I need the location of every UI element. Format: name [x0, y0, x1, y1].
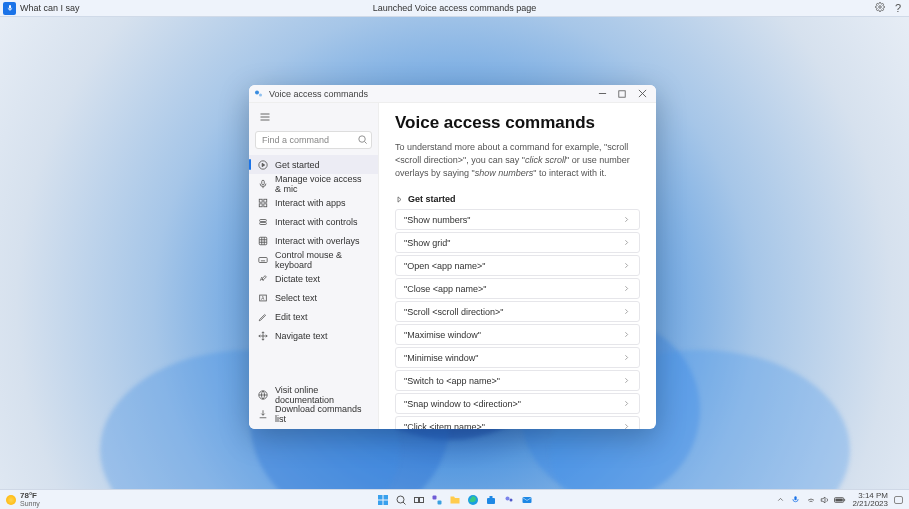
section-get-started[interactable]: Get started	[395, 194, 640, 204]
nav-mouse-keyboard[interactable]: Control mouse & keyboard	[249, 250, 378, 269]
nav-label: Interact with apps	[275, 198, 346, 208]
command-row[interactable]: "Minimise window"	[395, 347, 640, 368]
chevron-right-icon	[622, 353, 631, 362]
command-row[interactable]: "Snap window to <direction>"	[395, 393, 640, 414]
maximize-button[interactable]	[612, 85, 632, 103]
svg-rect-19	[259, 219, 266, 221]
command-row[interactable]: "Scroll <scroll direction>"	[395, 301, 640, 322]
nav-manage-voice[interactable]: Manage voice access & mic	[249, 174, 378, 193]
app-icon	[253, 88, 265, 100]
notifications-button[interactable]	[894, 496, 903, 504]
svg-rect-38	[378, 495, 383, 500]
svg-rect-14	[261, 180, 264, 185]
command-text: "Close <app name>"	[404, 284, 486, 294]
svg-rect-18	[263, 203, 266, 206]
overlay-icon	[257, 235, 268, 246]
svg-rect-44	[414, 497, 418, 502]
nav-edit-text[interactable]: Edit text	[249, 307, 378, 326]
svg-rect-46	[432, 495, 436, 499]
weather-cond: Sunny	[20, 500, 40, 508]
mail-button[interactable]	[519, 492, 535, 508]
nav-get-started[interactable]: Get started	[249, 155, 378, 174]
edge-button[interactable]	[465, 492, 481, 508]
page-title: Voice access commands	[395, 113, 640, 133]
svg-point-1	[255, 90, 259, 94]
minimize-button[interactable]	[592, 85, 612, 103]
wifi-icon	[806, 495, 816, 505]
close-button[interactable]	[632, 85, 652, 103]
svg-rect-26	[258, 257, 266, 262]
svg-text:A: A	[259, 276, 263, 282]
nav-download-list[interactable]: Download commands list	[249, 404, 378, 423]
system-tray[interactable]	[806, 495, 846, 505]
command-row[interactable]: "Maximise window"	[395, 324, 640, 345]
command-text: "Snap window to <direction>"	[404, 399, 521, 409]
hamburger-icon[interactable]	[255, 107, 275, 127]
nav-online-docs[interactable]: Visit online documentation	[249, 385, 378, 404]
explorer-button[interactable]	[447, 492, 463, 508]
window-title: Voice access commands	[269, 89, 368, 99]
chevron-right-icon	[622, 422, 631, 429]
svg-point-0	[879, 6, 882, 9]
nav-dictate-text[interactable]: A Dictate text	[249, 269, 378, 288]
svg-rect-50	[489, 496, 492, 498]
voice-hint-text[interactable]: What can I say	[20, 3, 80, 13]
svg-rect-17	[259, 203, 262, 206]
chevron-right-icon	[622, 376, 631, 385]
help-icon[interactable]: ?	[895, 2, 901, 14]
svg-rect-45	[419, 497, 423, 502]
nav-label: Dictate text	[275, 274, 320, 284]
command-row[interactable]: "Click <item name>"	[395, 416, 640, 429]
nav-select-text[interactable]: A Select text	[249, 288, 378, 307]
command-row[interactable]: "Switch to <app name>"	[395, 370, 640, 391]
nav-interact-overlays[interactable]: Interact with overlays	[249, 231, 378, 250]
mic-toggle-button[interactable]	[3, 2, 16, 15]
command-row[interactable]: "Close <app name>"	[395, 278, 640, 299]
store-button[interactable]	[483, 492, 499, 508]
tray-mic-icon[interactable]	[791, 495, 800, 504]
command-row[interactable]: "Show grid"	[395, 232, 640, 253]
svg-point-52	[509, 498, 512, 501]
svg-text:A: A	[261, 296, 265, 301]
chevron-right-icon	[395, 195, 404, 204]
battery-icon	[834, 495, 846, 505]
nav-interact-controls[interactable]: Interact with controls	[249, 212, 378, 231]
command-row[interactable]: "Show numbers"	[395, 209, 640, 230]
tray-chevron-icon[interactable]	[776, 495, 785, 504]
start-button[interactable]	[375, 492, 391, 508]
svg-rect-41	[383, 500, 388, 505]
voice-access-bar: What can I say Launched Voice access com…	[0, 0, 909, 17]
widgets-button[interactable]	[429, 492, 445, 508]
controls-icon	[257, 216, 268, 227]
move-icon	[257, 330, 268, 341]
window-titlebar[interactable]: Voice access commands	[249, 85, 656, 103]
settings-icon[interactable]	[875, 2, 885, 14]
download-icon	[257, 408, 268, 419]
svg-rect-47	[437, 500, 441, 504]
main-content: Voice access commands To understand more…	[379, 103, 656, 429]
nav-label: Edit text	[275, 312, 308, 322]
command-text: "Show grid"	[404, 238, 450, 248]
search-input[interactable]	[255, 131, 372, 149]
nav-label: Interact with overlays	[275, 236, 360, 246]
dictate-icon: A	[257, 273, 268, 284]
nav-label: Interact with controls	[275, 217, 358, 227]
clock[interactable]: 3:14 PM 2/21/2023	[852, 492, 888, 508]
nav-interact-apps[interactable]: Interact with apps	[249, 193, 378, 212]
command-row[interactable]: "Open <app name>"	[395, 255, 640, 276]
svg-point-51	[505, 496, 509, 500]
teams-button[interactable]	[501, 492, 517, 508]
taskbar: 78°F Sunny 3:14 PM 2/21/2023	[0, 489, 909, 509]
nav-navigate-text[interactable]: Navigate text	[249, 326, 378, 345]
task-view-button[interactable]	[411, 492, 427, 508]
chevron-right-icon	[622, 238, 631, 247]
weather-widget[interactable]: 78°F Sunny	[6, 492, 40, 508]
volume-icon	[820, 495, 830, 505]
mic-icon	[257, 178, 268, 189]
svg-rect-4	[619, 90, 625, 96]
svg-rect-16	[263, 199, 266, 202]
svg-rect-39	[383, 495, 388, 500]
keyboard-icon	[257, 254, 268, 265]
search-button[interactable]	[393, 492, 409, 508]
globe-icon	[257, 389, 268, 400]
